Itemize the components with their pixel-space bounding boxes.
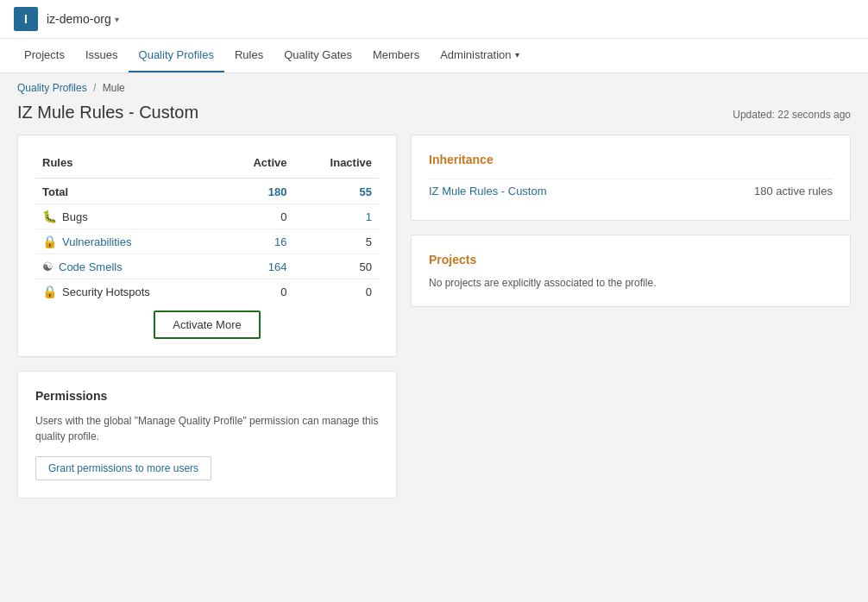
right-column: Inheritance IZ Mule Rules - Custom 180 a… — [411, 135, 851, 499]
org-selector[interactable]: I iz-demo-org ▾ — [14, 7, 119, 31]
projects-title: Projects — [429, 253, 833, 267]
inheritance-rule-count: 180 active rules — [754, 185, 833, 198]
total-inactive-link[interactable]: 55 — [360, 185, 372, 198]
breadcrumb-separator: / — [93, 82, 96, 94]
inheritance-card: Inheritance IZ Mule Rules - Custom 180 a… — [411, 135, 851, 221]
nav-projects[interactable]: Projects — [14, 39, 75, 72]
hotspots-active: 0 — [280, 285, 286, 298]
vulnerability-icon: 🔒 — [42, 235, 57, 248]
table-row: 🐛 Bugs 0 1 — [35, 204, 379, 229]
vulnerabilities-label[interactable]: Vulnerabilities — [62, 235, 131, 248]
top-bar: I iz-demo-org ▾ — [0, 0, 868, 39]
breadcrumb-parent[interactable]: Quality Profiles — [17, 82, 87, 94]
rules-col-active: Active — [221, 153, 293, 179]
total-active-link[interactable]: 180 — [268, 185, 287, 198]
permissions-title: Permissions — [35, 389, 379, 403]
main-nav: Projects Issues Quality Profiles Rules Q… — [0, 39, 868, 73]
nav-rules[interactable]: Rules — [224, 39, 274, 72]
bugs-inactive-link[interactable]: 1 — [366, 210, 372, 223]
left-column: Rules Active Inactive Total 180 55 — [17, 135, 397, 499]
rules-col-inactive: Inactive — [294, 153, 380, 179]
code-smell-icon: ☯ — [42, 260, 53, 273]
permissions-description: Users with the global "Manage Quality Pr… — [35, 413, 379, 444]
table-row: 🔒 Vulnerabilities 16 5 — [35, 229, 379, 254]
page-title: IZ Mule Rules - Custom — [17, 103, 198, 122]
bug-icon: 🐛 — [42, 210, 57, 223]
total-label: Total — [35, 179, 221, 204]
hotspots-inactive: 0 — [366, 285, 372, 298]
hotspots-label: Security Hotspots — [62, 285, 150, 298]
bugs-active: 0 — [280, 210, 286, 223]
nav-administration[interactable]: Administration ▾ — [430, 39, 529, 72]
org-name-label: iz-demo-org — [47, 12, 111, 26]
inheritance-title: Inheritance — [429, 153, 833, 166]
rules-table: Rules Active Inactive Total 180 55 — [35, 153, 379, 304]
activate-more-button[interactable]: Activate More — [154, 310, 260, 339]
rules-col-label: Rules — [35, 153, 221, 179]
projects-card: Projects No projects are explicitly asso… — [411, 235, 851, 307]
table-row: ☯ Code Smells 164 50 — [35, 254, 379, 279]
rules-card: Rules Active Inactive Total 180 55 — [17, 135, 397, 357]
rules-total-row: Total 180 55 — [35, 179, 379, 204]
inheritance-row: IZ Mule Rules - Custom 180 active rules — [429, 179, 833, 203]
inheritance-profile-link[interactable]: IZ Mule Rules - Custom — [429, 185, 547, 198]
smells-active-link[interactable]: 164 — [268, 260, 287, 273]
code-smells-label[interactable]: Code Smells — [59, 260, 123, 273]
bugs-label: Bugs — [62, 210, 88, 223]
security-hotspot-icon: 🔒 — [42, 285, 57, 298]
administration-chevron-icon: ▾ — [515, 50, 519, 60]
nav-issues[interactable]: Issues — [75, 39, 129, 72]
nav-quality-profiles[interactable]: Quality Profiles — [129, 39, 224, 72]
updated-timestamp: Updated: 22 seconds ago — [733, 109, 851, 121]
org-badge: I — [14, 7, 38, 31]
permissions-card: Permissions Users with the global "Manag… — [17, 371, 397, 499]
breadcrumb: Quality Profiles / Mule — [0, 73, 868, 97]
vuln-active-link[interactable]: 16 — [274, 235, 286, 248]
org-chevron-icon: ▾ — [115, 15, 119, 24]
table-row: 🔒 Security Hotspots 0 0 — [35, 279, 379, 304]
nav-members[interactable]: Members — [362, 39, 430, 72]
page-header: IZ Mule Rules - Custom Updated: 22 secon… — [0, 97, 868, 135]
nav-quality-gates[interactable]: Quality Gates — [274, 39, 362, 72]
main-content: Rules Active Inactive Total 180 55 — [0, 135, 868, 516]
smells-inactive: 50 — [360, 260, 372, 273]
projects-message: No projects are explicitly associated to… — [429, 277, 833, 289]
breadcrumb-current: Mule — [103, 82, 125, 94]
vuln-inactive: 5 — [366, 235, 372, 248]
grant-permissions-button[interactable]: Grant permissions to more users — [35, 456, 211, 480]
